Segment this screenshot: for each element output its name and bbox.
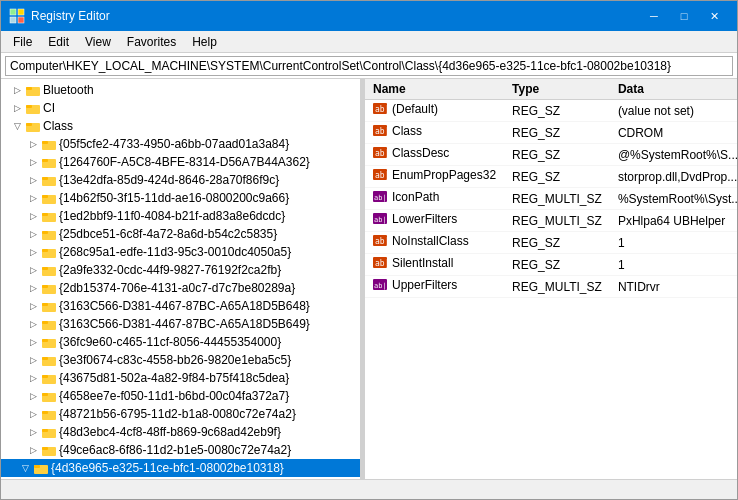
registry-name: ClassDesc [392, 146, 449, 160]
tree-item-class[interactable]: ▽ Class [1, 117, 360, 135]
col-header-data[interactable]: Data [610, 79, 737, 100]
list-item[interactable]: ▷ {268c95a1-edfe-11d3-95c3-0010dc4050a5} [1, 243, 360, 261]
svg-rect-39 [42, 393, 48, 396]
list-item[interactable]: ▷ {3e3f0674-c83c-4558-bb26-9820e1eba5c5} [1, 351, 360, 369]
folder-icon [41, 299, 57, 313]
registry-type-cell: REG_MULTI_SZ [504, 210, 610, 232]
tree-pane[interactable]: ▷ Bluetooth ▷ CI ▽ [1, 79, 361, 479]
col-header-name[interactable]: Name [365, 79, 504, 100]
expand-icon[interactable]: ▷ [25, 280, 41, 296]
tree-label: {3e3f0674-c83c-4558-bb26-9820e1eba5c5} [59, 353, 291, 367]
title-bar: Registry Editor ─ □ ✕ [1, 1, 737, 31]
table-row[interactable]: ab|NoInstallClassREG_SZ1 [365, 232, 737, 254]
expand-icon[interactable]: ▷ [25, 154, 41, 170]
registry-type-cell: REG_MULTI_SZ [504, 276, 610, 298]
list-item[interactable]: ▷ {25dbce51-6c8f-4a72-8a6d-b54c2c5835} [1, 225, 360, 243]
registry-name-cell: ab|NoInstallClass [365, 232, 504, 254]
table-row[interactable]: ab|LowerFiltersREG_MULTI_SZPxHlpa64 UBHe… [365, 210, 737, 232]
expand-icon[interactable]: ▷ [25, 244, 41, 260]
registry-name: EnumPropPages32 [392, 168, 496, 182]
expand-icon[interactable]: ▷ [25, 136, 41, 152]
svg-rect-0 [10, 9, 16, 15]
detail-pane[interactable]: Name Type Data ab|(Default)REG_SZ(value … [365, 79, 737, 479]
tree-label-selected: {4d36e965-e325-11ce-bfc1-08002be10318} [51, 461, 284, 475]
expand-class[interactable]: ▽ [9, 118, 25, 134]
svg-rect-11 [42, 141, 48, 144]
svg-text:ab|: ab| [374, 282, 387, 290]
expand-icon[interactable]: ▷ [25, 370, 41, 386]
list-item[interactable]: ▷ {13e42dfa-85d9-424d-8646-28a70f86f9c} [1, 171, 360, 189]
tree-item-selected[interactable]: ▽ {4d36e965-e325-11ce-bfc1-08002be10318} [1, 459, 360, 477]
list-item[interactable]: ▷ {3163C566-D381-4467-87BC-A65A18D5B648} [1, 297, 360, 315]
list-item[interactable]: ▷ {43675d81-502a-4a82-9f84-b75f418c5dea} [1, 369, 360, 387]
folder-icon-ci [25, 101, 41, 115]
table-row[interactable]: ab|EnumPropPages32REG_SZstorprop.dll,Dvd… [365, 166, 737, 188]
menu-view[interactable]: View [77, 33, 119, 51]
list-item[interactable]: ▷ {1ed2bbf9-11f0-4084-b21f-ad83a8e6dcdc} [1, 207, 360, 225]
list-item[interactable]: ▷ {2a9fe332-0cdc-44f9-9827-76192f2ca2fb} [1, 261, 360, 279]
registry-data-cell: storprop.dll,DvdProp... [610, 166, 737, 188]
expand-icon[interactable]: ▷ [25, 406, 41, 422]
tree-label: {25dbce51-6c8f-4a72-8a6d-b54c2c5835} [59, 227, 277, 241]
folder-icon [41, 443, 57, 457]
expand-icon[interactable]: ▷ [25, 298, 41, 314]
tree-item-ci[interactable]: ▷ CI [1, 99, 360, 117]
svg-rect-27 [42, 285, 48, 288]
folder-icon [41, 371, 57, 385]
expand-icon[interactable]: ▷ [25, 262, 41, 278]
expand-icon[interactable]: ▷ [25, 442, 41, 458]
expand-icon[interactable]: ▷ [25, 334, 41, 350]
registry-name-cell: ab|IconPath [365, 188, 504, 210]
list-item[interactable]: ▷ {49ce6ac8-6f86-11d2-b1e5-0080c72e74a2} [1, 441, 360, 459]
expand-bluetooth[interactable]: ▷ [9, 82, 25, 98]
folder-icon [41, 317, 57, 331]
expand-icon[interactable]: ▷ [25, 208, 41, 224]
folder-icon [41, 389, 57, 403]
menu-file[interactable]: File [5, 33, 40, 51]
tree-label-ci: CI [43, 101, 55, 115]
list-item[interactable]: ▷ {14b62f50-3f15-11dd-ae16-0800200c9a66} [1, 189, 360, 207]
svg-rect-3 [18, 17, 24, 23]
table-row[interactable]: ab|(Default)REG_SZ(value not set) [365, 100, 737, 122]
folder-icon [41, 335, 57, 349]
list-item[interactable]: ▷ {3163C566-D381-4467-87BC-A65A18D5B649} [1, 315, 360, 333]
address-input[interactable] [5, 56, 733, 76]
svg-text:ab|: ab| [374, 216, 387, 224]
expand-icon[interactable]: ▷ [25, 226, 41, 242]
expand-icon[interactable]: ▷ [25, 172, 41, 188]
folder-icon-class [25, 119, 41, 133]
table-row[interactable]: ab|ClassDescREG_SZ@%SystemRoot%\S... [365, 144, 737, 166]
list-item[interactable]: ▷ {2db15374-706e-4131-a0c7-d7c7be80289a} [1, 279, 360, 297]
tree-label: {05f5cfe2-4733-4950-a6bb-07aad01a3a84} [59, 137, 289, 151]
registry-data-cell: 1 [610, 232, 737, 254]
expand-icon[interactable]: ▷ [25, 316, 41, 332]
expand-icon[interactable]: ▷ [25, 190, 41, 206]
tree-label: {36fc9e60-c465-11cf-8056-44455354000} [59, 335, 281, 349]
col-header-type[interactable]: Type [504, 79, 610, 100]
list-item[interactable]: ▷ {48721b56-6795-11d2-b1a8-0080c72e74a2} [1, 405, 360, 423]
list-item[interactable]: ▷ {48d3ebc4-4cf8-48ff-b869-9c68ad42eb9f} [1, 423, 360, 441]
table-row[interactable]: ab|IconPathREG_MULTI_SZ%SystemRoot%\Syst… [365, 188, 737, 210]
table-row[interactable]: ab|ClassREG_SZCDROM [365, 122, 737, 144]
list-item[interactable]: ▷ {1264760F-A5C8-4BFE-8314-D56A7B44A362} [1, 153, 360, 171]
list-item[interactable]: ▷ {36fc9e60-c465-11cf-8056-44455354000} [1, 333, 360, 351]
svg-text:ab|: ab| [375, 237, 389, 246]
list-item[interactable]: ▷ {4658ee7e-f050-11d1-b6bd-00c04fa372a7} [1, 387, 360, 405]
expand-ci[interactable]: ▷ [9, 100, 25, 116]
menu-edit[interactable]: Edit [40, 33, 77, 51]
table-row[interactable]: ab|SilentInstallREG_SZ1 [365, 254, 737, 276]
table-row[interactable]: ab|UpperFiltersREG_MULTI_SZNTIDrvr [365, 276, 737, 298]
registry-name: IconPath [392, 190, 439, 204]
minimize-button[interactable]: ─ [639, 1, 669, 31]
tree-item-bluetooth[interactable]: ▷ Bluetooth [1, 81, 360, 99]
expand-icon[interactable]: ▷ [25, 352, 41, 368]
menu-help[interactable]: Help [184, 33, 225, 51]
expand-icon[interactable]: ▷ [25, 424, 41, 440]
expand-selected[interactable]: ▽ [17, 460, 33, 476]
maximize-button[interactable]: □ [669, 1, 699, 31]
close-button[interactable]: ✕ [699, 1, 729, 31]
menu-favorites[interactable]: Favorites [119, 33, 184, 51]
tree-label: {49ce6ac8-6f86-11d2-b1e5-0080c72e74a2} [59, 443, 291, 457]
expand-icon[interactable]: ▷ [25, 388, 41, 404]
list-item[interactable]: ▷ {05f5cfe2-4733-4950-a6bb-07aad01a3a84} [1, 135, 360, 153]
